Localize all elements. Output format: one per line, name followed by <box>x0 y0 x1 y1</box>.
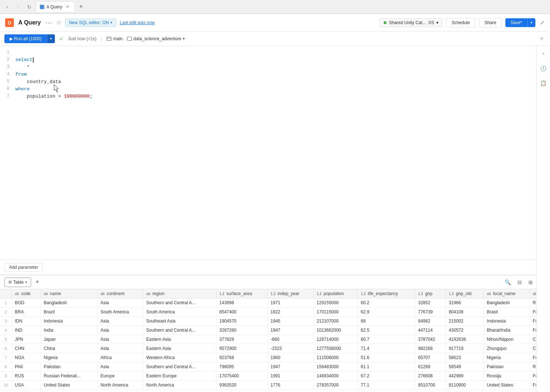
db-selector[interactable]: main . data_science_adventure ▾ <box>106 36 184 41</box>
cell-population: 156483000 <box>313 362 358 372</box>
cell-local_name: Bharat/India <box>484 326 530 335</box>
refresh-button[interactable]: ↻ <box>25 3 34 11</box>
separator: | <box>101 36 102 41</box>
col-type-12: 1.2 <box>418 292 423 296</box>
col-header-region[interactable]: ab region <box>143 289 216 298</box>
cell-code: USA <box>12 381 41 390</box>
col-header-surface-area[interactable]: 1.2 surface_area <box>216 289 267 298</box>
cell-local_name: Zhongquo <box>484 344 530 353</box>
catalog-selector[interactable]: Shared Unity Cat... XS ▾ <box>380 18 442 27</box>
run-all-button[interactable]: ▶ Run all (1000) <box>4 34 47 43</box>
col-header-continent[interactable]: ab continent <box>97 289 143 298</box>
line-number-6: 6 <box>4 86 10 93</box>
code-area[interactable]: select * from country_data where populat… <box>15 49 546 100</box>
db-schema-label: data_science_adventure <box>133 36 181 41</box>
cell-indep_year: 1947 <box>267 362 313 372</box>
cell-continent: South America <box>97 308 143 317</box>
star-button[interactable]: ☆ <box>56 19 61 26</box>
results-grid-button[interactable]: ⊞ <box>527 278 535 286</box>
cell-continent: Asia <box>97 335 143 344</box>
cell-name: India <box>41 326 97 335</box>
forward-button[interactable]: › <box>14 3 23 11</box>
results-area: ⊞ Table ▾ + 🔍 ⊟ ⊞ ✕ ab code ab name ab c… <box>0 275 550 392</box>
results-filter-button[interactable]: ⊟ <box>516 278 524 286</box>
cell-region: Eastern Europe <box>143 372 216 381</box>
table-row: 6CHNChinaAsiaEastern Asia9572900-1523127… <box>0 344 550 353</box>
cell-name: Russian Federati... <box>41 372 97 381</box>
code-line-4: from <box>15 71 546 78</box>
results-table-container[interactable]: ab code ab name ab continent ab region 1… <box>0 289 550 392</box>
cell-continent: Africa <box>97 353 143 362</box>
editor-area: 1 2 3 4 5 6 7 select * from country_data… <box>0 46 550 260</box>
cell-row_num: 8 <box>0 362 12 372</box>
cell-indep_year: -660 <box>267 335 313 344</box>
editor-content: 1 2 3 4 5 6 7 select * from country_data… <box>0 49 550 100</box>
col-header-gnp[interactable]: 1.2 gnp <box>415 289 446 298</box>
col-type-ab: ab <box>44 292 48 296</box>
cell-code: PAK <box>12 362 41 372</box>
back-button[interactable]: ‹ <box>3 3 12 11</box>
tab-close-icon[interactable]: ✕ <box>66 4 69 9</box>
cell-gnp_old: 917719 <box>446 344 484 353</box>
cell-population: 1277558000 <box>313 344 358 353</box>
side-sparkle-button[interactable]: ✦ <box>540 50 547 58</box>
side-panel: ✦ 🕐 📋 <box>536 46 550 392</box>
side-info-button[interactable]: 📋 <box>539 79 547 87</box>
cell-region: North America <box>143 381 216 390</box>
cell-indep_year: -1523 <box>267 344 313 353</box>
run-dropdown-button[interactable]: ▾ <box>47 34 55 43</box>
cell-population: 146934000 <box>313 372 358 381</box>
browser-tab[interactable]: A Query ✕ <box>36 1 75 12</box>
line-number-1: 1 <box>4 49 10 56</box>
col-header-gnp-old[interactable]: 1.2 gnp_old <box>446 289 484 298</box>
cell-name: Brazil <box>41 308 97 317</box>
cell-row_num: 4 <box>0 326 12 335</box>
add-tab-button[interactable]: + <box>34 278 41 286</box>
code-line-2: select <box>15 56 546 64</box>
side-clock-button[interactable]: 🕐 <box>539 64 547 72</box>
col-type-ab: ab <box>146 292 151 296</box>
cell-gnp_old: 8110900 <box>446 381 484 390</box>
col-header-population[interactable]: 1.2 population <box>313 289 358 298</box>
cell-code: JPN <box>12 335 41 344</box>
cell-gnp: 276608 <box>415 372 446 381</box>
cell-life_expectancy: 80.7 <box>358 335 415 344</box>
col-type-12: 1.2 <box>361 292 366 296</box>
schema-icon <box>127 36 132 41</box>
save-dropdown-button[interactable]: ▾ <box>527 18 535 27</box>
results-search-button[interactable]: 🔍 <box>503 278 513 286</box>
expand-button[interactable]: ⤢ <box>539 19 546 27</box>
col-header-name[interactable]: ab name <box>41 289 97 298</box>
schedule-button[interactable]: Schedule <box>446 18 475 27</box>
cell-gnp_old: 804108 <box>446 308 484 317</box>
cell-local_name: Bangladesh <box>484 298 530 308</box>
new-tab-button[interactable]: + <box>77 2 85 11</box>
col-header-local-name[interactable]: ab local_name <box>484 289 530 298</box>
save-button[interactable]: Save* <box>505 18 527 27</box>
col-header-code[interactable]: ab code <box>12 289 41 298</box>
cell-indep_year: 1822 <box>267 308 313 317</box>
cell-region: Southern and Central A... <box>143 298 216 308</box>
table-tab-arrow: ▾ <box>25 280 27 284</box>
share-button[interactable]: Share <box>479 18 502 27</box>
col-type-ab: ab <box>487 292 491 296</box>
table-header: ab code ab name ab continent ab region 1… <box>0 289 550 298</box>
last-edit-link[interactable]: Last edit was now <box>120 20 155 25</box>
add-parameter-button[interactable]: Add parameter <box>4 263 43 272</box>
col-type-ab: ab <box>101 292 105 296</box>
cell-gnp: 84982 <box>415 317 446 326</box>
toolbar-sparkle-button[interactable]: ✦ <box>538 34 546 44</box>
cell-region: Eastern Asia <box>143 344 216 353</box>
cell-life_expectancy: 77.1 <box>358 381 415 390</box>
editor-badge[interactable]: New SQL editor: ON ▾ <box>65 19 116 27</box>
cell-name: Nigeria <box>41 353 97 362</box>
col-header-life-expectancy[interactable]: 1.2 life_expectancy <box>358 289 415 298</box>
table-tab[interactable]: ⊞ Table ▾ <box>4 278 31 287</box>
run-group: ▶ Run all (1000) ▾ <box>4 34 55 43</box>
cell-gnp_old: 215002 <box>446 317 484 326</box>
more-button[interactable]: ⋯ <box>45 18 53 27</box>
col-header-indep-year[interactable]: 1.2 indep_year <box>267 289 313 298</box>
cell-code: RUS <box>12 372 41 381</box>
db-main-label: main <box>113 36 123 41</box>
cell-region: Southeast Asia <box>143 317 216 326</box>
